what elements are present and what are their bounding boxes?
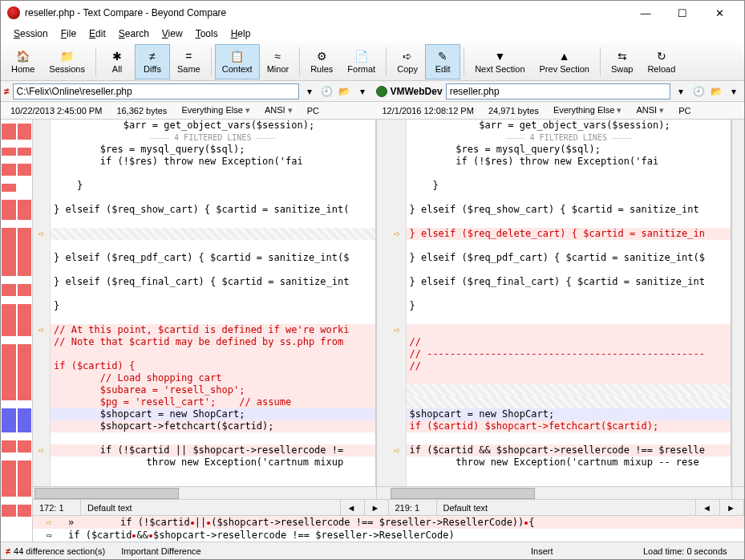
tool-format[interactable]: 📄Format	[340, 44, 383, 79]
tool-home[interactable]: 🏠Home	[4, 44, 42, 79]
menu-session[interactable]: Session	[9, 26, 53, 41]
status-load: Load time: 0 seconds	[643, 546, 739, 556]
right-scroll-left[interactable]: ◄	[696, 500, 720, 515]
tool-all[interactable]: ✱All	[99, 44, 135, 79]
left-path-input[interactable]: C:\Felix\Online\reseller.php	[13, 83, 299, 99]
menu-edit[interactable]: Edit	[84, 26, 111, 41]
toolbar: 🏠Home📁Sessions✱All≠Diffs=Same📋Context≈Mi…	[1, 43, 744, 81]
swap-icon: ⇆	[615, 49, 630, 63]
left-pos: 172: 1	[33, 500, 81, 515]
left-encoding-dropdown[interactable]: ANSI	[261, 104, 296, 116]
tool-prev[interactable]: ▲Prev Section	[532, 44, 597, 79]
tool-edit[interactable]: ✎Edit	[425, 44, 460, 79]
remote-icon	[376, 86, 387, 97]
right-scroll-right[interactable]: ►	[720, 500, 744, 515]
rules-icon: ⚙	[314, 49, 329, 63]
right-mode: Default text	[437, 500, 697, 515]
tool-diffs[interactable]: ≠Diffs	[135, 44, 170, 79]
left-scroll-left[interactable]: ◄	[341, 500, 365, 515]
menu-help[interactable]: Help	[226, 26, 256, 41]
tool-swap[interactable]: ⇆Swap	[604, 44, 641, 79]
right-history-button[interactable]: 🕘	[691, 84, 706, 99]
thumbnail-overview[interactable]	[1, 120, 33, 542]
left-filter-dropdown[interactable]: Everything Else	[178, 104, 253, 116]
menu-tools[interactable]: Tools	[191, 26, 223, 41]
right-path-input[interactable]: reseller.php	[446, 83, 670, 99]
path-bar: ≠ C:\Felix\Online\reseller.php ▾ 🕘 📂 ▾ V…	[1, 81, 744, 102]
diff-area: ➪➪➪ $arr = get_object_vars($session);4 F…	[1, 120, 744, 542]
left-scrollbar[interactable]	[376, 120, 389, 486]
menubar: SessionFileEditSearchViewToolsHelp	[1, 25, 744, 43]
all-icon: ✱	[110, 49, 124, 63]
app-icon	[7, 6, 20, 19]
horizontal-scrollbar[interactable]	[33, 486, 744, 499]
menu-file[interactable]: File	[56, 26, 81, 41]
left-mode: Default text	[81, 500, 341, 515]
merge-area: ➪» if (!$cartid||($shopcart->resellercod…	[33, 515, 744, 542]
right-browse-button[interactable]: 📂	[709, 84, 723, 99]
tool-reload[interactable]: ↻Reload	[640, 44, 682, 79]
same-icon: =	[181, 49, 196, 63]
statusbar: ≠44 difference section(s) Important Diff…	[1, 542, 744, 559]
left-pane: ➪➪➪ $arr = get_object_vars($session);4 F…	[33, 120, 376, 486]
sessions-icon: 📁	[60, 49, 75, 63]
status-insert: Insert	[531, 546, 627, 556]
tool-next[interactable]: ▼Next Section	[468, 44, 532, 79]
diff-icon: ≠	[6, 546, 10, 556]
left-history-button[interactable]: 🕘	[320, 84, 334, 99]
merge-row[interactable]: ➪» if (!$cartid||($shopcart->resellercod…	[33, 516, 744, 529]
merge-row[interactable]: ⇨if ($cartid&&$shopcart->resellercode !=…	[33, 529, 744, 542]
left-date: 10/22/2013 2:45:00 PM	[7, 105, 105, 116]
right-code[interactable]: $arr = get_object_vars($session);4 FILTE…	[407, 120, 731, 486]
window-title: reseller.php - Text Compare - Beyond Com…	[25, 7, 627, 18]
status-diffs: 44 difference section(s)	[14, 546, 105, 556]
position-bar: 172: 1 Default text ◄ ► 219: 1 Default t…	[33, 499, 744, 515]
close-button[interactable]: ✕	[701, 2, 738, 24]
left-more-button[interactable]: ▾	[355, 84, 370, 99]
left-size: 16,362 bytes	[113, 105, 170, 116]
tool-rules[interactable]: ⚙Rules	[303, 44, 340, 79]
menu-search[interactable]: Search	[114, 26, 154, 41]
right-scrollbar[interactable]	[731, 120, 744, 486]
context-icon: 📋	[230, 49, 245, 63]
right-filter-dropdown[interactable]: Everything Else	[550, 104, 626, 116]
titlebar: reseller.php - Text Compare - Beyond Com…	[1, 1, 744, 25]
next-icon: ▼	[492, 49, 507, 63]
format-icon: 📄	[354, 49, 369, 63]
right-more-button[interactable]: ▾	[727, 84, 741, 99]
right-pane: ➪➪➪ $arr = get_object_vars($session);4 F…	[389, 120, 732, 486]
maximize-button[interactable]: ☐	[664, 2, 701, 24]
left-browse-button[interactable]: 📂	[338, 84, 352, 99]
copy-icon: ➪	[400, 49, 415, 63]
minimize-button[interactable]: —	[627, 2, 664, 24]
prev-icon: ▲	[557, 49, 572, 63]
diffs-icon: ≠	[145, 49, 160, 63]
status-type: Important Difference	[121, 546, 217, 556]
right-encoding-dropdown[interactable]: ANSI	[633, 104, 667, 116]
left-gutter: ➪➪➪	[33, 120, 51, 486]
home-icon: 🏠	[16, 49, 30, 63]
minor-icon: ≈	[270, 49, 285, 63]
right-platform: PC	[675, 105, 694, 116]
tool-context[interactable]: 📋Context	[215, 44, 260, 79]
right-path-dropdown[interactable]: ▾	[674, 84, 688, 99]
tool-same[interactable]: =Same	[170, 44, 208, 79]
tool-minor[interactable]: ≈Minor	[260, 44, 297, 79]
right-gutter: ➪➪➪	[389, 120, 407, 486]
not-equal-icon: ≠	[4, 86, 10, 97]
left-code[interactable]: $arr = get_object_vars($session);4 FILTE…	[51, 120, 375, 486]
reload-icon: ↻	[654, 49, 669, 63]
info-bar: 10/22/2013 2:45:00 PM 16,362 bytes Every…	[1, 102, 744, 120]
tool-sessions[interactable]: 📁Sessions	[42, 44, 92, 79]
tool-copy[interactable]: ➪Copy	[390, 44, 425, 79]
right-pos: 219: 1	[389, 500, 437, 515]
edit-icon: ✎	[435, 49, 450, 63]
right-size: 24,971 bytes	[485, 105, 542, 116]
remote-label: VMWebDev	[391, 86, 443, 97]
menu-view[interactable]: View	[157, 26, 188, 41]
left-scroll-right[interactable]: ►	[365, 500, 389, 515]
right-date: 12/1/2016 12:08:12 PM	[379, 105, 477, 116]
left-path-dropdown[interactable]: ▾	[302, 84, 317, 99]
left-platform: PC	[304, 105, 322, 116]
